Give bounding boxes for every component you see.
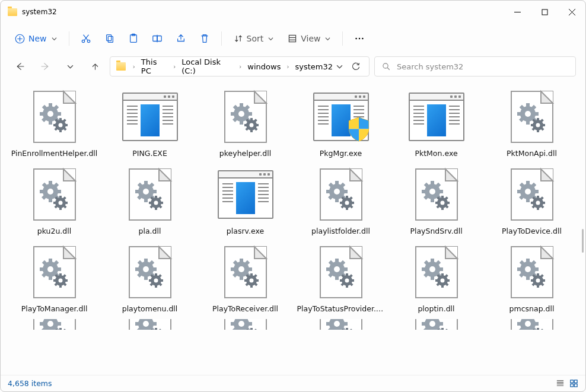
chevron-right-icon[interactable]: ›	[130, 63, 138, 70]
search-input[interactable]	[397, 62, 568, 71]
file-label: PinEnrollmentHelper.dll	[11, 149, 98, 158]
chevron-down-icon[interactable]	[336, 63, 343, 70]
file-label: playtomenu.dll	[122, 304, 178, 313]
navbar: › This PC › Local Disk (C:) › windows › …	[1, 54, 585, 82]
new-button[interactable]: New	[9, 30, 63, 47]
file-label: PlaySndSrv.dll	[410, 227, 462, 235]
file-item[interactable]: ploptin.dll	[388, 241, 484, 318]
cut-button[interactable]	[75, 30, 97, 47]
large-icons-view-button[interactable]	[569, 379, 578, 388]
rename-button[interactable]	[146, 30, 168, 47]
file-item[interactable]: PinEnrollmentHelper.dll	[7, 86, 102, 162]
scrollbar[interactable]	[582, 229, 584, 253]
file-item[interactable]	[484, 319, 579, 330]
file-item[interactable]: pmcsnap.dll	[484, 241, 579, 318]
file-icon	[122, 166, 179, 223]
view-button[interactable]: View	[282, 30, 336, 47]
file-item[interactable]: PlaySndSrv.dll	[388, 164, 484, 240]
paste-button[interactable]	[123, 30, 144, 47]
file-icon	[313, 88, 370, 145]
file-icon	[122, 244, 179, 301]
file-item[interactable]: pku2u.dll	[7, 164, 102, 240]
copy-button[interactable]	[99, 30, 120, 47]
file-label: playlistfolder.dll	[311, 227, 370, 235]
file-icon	[26, 166, 83, 223]
file-item[interactable]	[198, 319, 293, 330]
folder-icon	[8, 8, 17, 16]
breadcrumb-local-disk[interactable]: Local Disk (C:)	[180, 56, 234, 77]
delete-button[interactable]	[194, 30, 215, 47]
sort-button[interactable]: Sort	[228, 30, 280, 47]
file-item[interactable]: PING.EXE	[102, 86, 198, 162]
window-title: system32	[22, 8, 57, 16]
file-pane[interactable]: PinEnrollmentHelper.dllPING.EXEpkeyhelpe…	[1, 82, 585, 375]
file-item[interactable]: PktMonApi.dll	[484, 86, 579, 162]
svg-rect-37	[574, 380, 577, 383]
svg-rect-31	[289, 35, 296, 42]
file-item[interactable]: playtomenu.dll	[102, 241, 198, 318]
file-item[interactable]: PktMon.exe	[388, 86, 484, 162]
svg-rect-38	[571, 384, 574, 387]
file-item[interactable]: pla.dll	[102, 164, 198, 240]
chevron-right-icon[interactable]: ›	[171, 63, 178, 70]
file-item[interactable]	[293, 319, 388, 330]
svg-point-23	[82, 40, 84, 42]
file-item[interactable]: pkeyhelper.dll	[198, 86, 293, 162]
sort-label: Sort	[247, 34, 264, 43]
forward-button[interactable]	[35, 58, 55, 75]
file-icon	[408, 244, 465, 301]
address-bar[interactable]: › This PC › Local Disk (C:) › windows › …	[110, 56, 370, 77]
close-button[interactable]	[558, 1, 585, 23]
search-box[interactable]	[374, 56, 576, 77]
chevron-right-icon[interactable]: ›	[284, 63, 291, 70]
file-item[interactable]: plasrv.exe	[198, 164, 293, 240]
svg-rect-26	[108, 36, 113, 42]
file-icon	[217, 166, 274, 223]
file-item[interactable]: PlayToManager.dll	[7, 241, 102, 318]
file-label: pku2u.dll	[37, 227, 71, 235]
file-icon	[504, 321, 560, 330]
file-item[interactable]: PlayToStatusProvider.dll	[293, 241, 388, 318]
file-item[interactable]: PlayToReceiver.dll	[198, 241, 293, 318]
svg-point-34	[362, 38, 364, 40]
toolbar: New Sort View	[1, 23, 585, 54]
view-label: View	[301, 34, 320, 43]
minimize-button[interactable]	[504, 1, 531, 23]
details-view-button[interactable]	[556, 379, 565, 388]
file-item[interactable]: PkgMgr.exe	[293, 86, 388, 162]
maximize-button[interactable]	[531, 1, 558, 23]
file-label: PING.EXE	[132, 149, 167, 158]
file-item[interactable]	[7, 319, 102, 330]
chevron-right-icon[interactable]: ›	[237, 63, 244, 70]
titlebar: system32	[1, 1, 585, 23]
file-label: PlayToReceiver.dll	[212, 304, 278, 313]
file-item[interactable]: playlistfolder.dll	[293, 164, 388, 240]
svg-rect-29	[152, 36, 157, 42]
back-button[interactable]	[10, 58, 30, 75]
file-icon	[313, 166, 370, 223]
file-label: PlayToDevice.dll	[502, 227, 562, 235]
svg-rect-25	[106, 35, 111, 41]
share-button[interactable]	[170, 30, 192, 47]
file-label: PktMonApi.dll	[507, 149, 557, 158]
new-label: New	[28, 34, 47, 43]
file-icon	[408, 166, 465, 223]
file-icon	[122, 88, 179, 145]
file-icon	[504, 166, 560, 223]
file-item[interactable]	[102, 319, 198, 330]
file-icon	[122, 321, 179, 330]
file-label: plasrv.exe	[227, 227, 264, 235]
refresh-button[interactable]	[351, 62, 361, 71]
recent-button[interactable]	[60, 58, 80, 75]
breadcrumb-windows[interactable]: windows	[246, 60, 282, 73]
more-button[interactable]	[349, 30, 370, 47]
file-label: pkeyhelper.dll	[219, 149, 271, 158]
svg-rect-21	[542, 9, 547, 15]
up-button[interactable]	[85, 58, 105, 75]
search-icon	[382, 62, 391, 71]
breadcrumb-system32[interactable]: system32	[294, 60, 334, 73]
folder-icon	[116, 62, 126, 71]
file-item[interactable]	[388, 319, 484, 330]
file-item[interactable]: PlayToDevice.dll	[484, 164, 579, 240]
breadcrumb-this-pc[interactable]: This PC	[140, 56, 168, 77]
